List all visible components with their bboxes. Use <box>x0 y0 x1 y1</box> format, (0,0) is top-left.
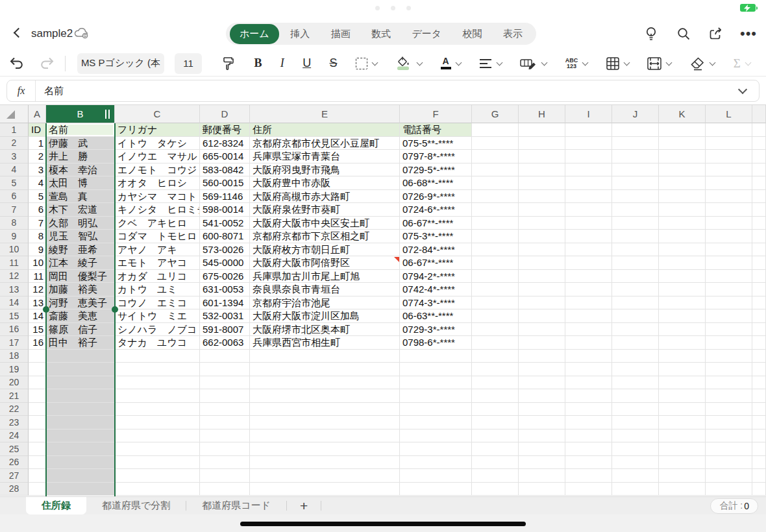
cell-L10[interactable] <box>706 243 752 257</box>
row-header-11[interactable]: 11 <box>0 256 29 270</box>
row-header-5[interactable]: 5 <box>0 176 29 190</box>
cell-pad-21[interactable] <box>752 389 766 403</box>
cell-L4[interactable] <box>706 163 752 177</box>
cell-L17[interactable] <box>706 336 752 350</box>
cell-K8[interactable] <box>659 217 706 230</box>
cell-K14[interactable] <box>659 296 706 310</box>
cell-A6[interactable]: 5 <box>29 190 46 204</box>
cell-F6[interactable]: 0726-9*-**** <box>400 190 472 204</box>
column-header-E[interactable]: E <box>250 105 400 123</box>
cell-H17[interactable] <box>519 336 565 350</box>
autosum-button[interactable]: Σ <box>734 56 750 71</box>
cell-A28[interactable] <box>29 483 46 496</box>
cell-K15[interactable] <box>659 309 706 323</box>
cell-A27[interactable] <box>29 469 46 483</box>
cell-L2[interactable] <box>706 137 752 151</box>
cell-A17[interactable]: 16 <box>29 336 46 350</box>
cell-F7[interactable]: 0724-6*-**** <box>400 203 472 217</box>
cell-I24[interactable] <box>565 429 612 443</box>
cell-G28[interactable] <box>472 483 519 496</box>
cell-F5[interactable]: 06-68**-**** <box>400 176 472 190</box>
cell-H7[interactable] <box>519 203 565 217</box>
cell-F27[interactable] <box>400 469 472 483</box>
cell-B3[interactable]: 井上 勝 <box>46 150 115 163</box>
cell-L23[interactable] <box>706 416 752 429</box>
cell-pad-4[interactable] <box>752 163 766 177</box>
cell-L16[interactable] <box>706 323 752 337</box>
cell-E8[interactable]: 大阪府大阪市中央区安土町 <box>250 217 400 230</box>
cell-E20[interactable] <box>250 376 400 390</box>
cell-B9[interactable]: 児玉 智弘 <box>46 230 115 243</box>
cell-E18[interactable] <box>250 350 400 363</box>
merge-cells-button[interactable] <box>647 57 671 70</box>
cell-C5[interactable]: オオタ ヒロシ <box>115 176 200 190</box>
cell-J18[interactable] <box>612 350 659 363</box>
cell-pad-15[interactable] <box>752 309 766 323</box>
cell-C2[interactable]: イトウ タケシ <box>115 137 200 151</box>
cell-B27[interactable] <box>46 469 115 483</box>
cell-F4[interactable]: 0729-5*-**** <box>400 163 472 177</box>
cell-K5[interactable] <box>659 176 706 190</box>
cell-J14[interactable] <box>612 296 659 310</box>
cell-J15[interactable] <box>612 309 659 323</box>
cell-C27[interactable] <box>115 469 200 483</box>
cell-C24[interactable] <box>115 429 200 443</box>
ribbon-tab-データ[interactable]: データ <box>402 24 451 44</box>
cell-F10[interactable]: 072-84*-**** <box>400 243 472 257</box>
cell-L3[interactable] <box>706 150 752 163</box>
cell-L5[interactable] <box>706 176 752 190</box>
cell-G4[interactable] <box>472 163 519 177</box>
cell-F16[interactable]: 0729-3*-**** <box>400 323 472 337</box>
select-all-corner[interactable] <box>0 105 29 123</box>
cell-L25[interactable] <box>706 442 752 456</box>
cell-pad-27[interactable] <box>752 469 766 483</box>
cell-D5[interactable]: 560-0015 <box>200 176 250 190</box>
cell-J16[interactable] <box>612 323 659 337</box>
cell-J5[interactable] <box>612 176 659 190</box>
cell-K26[interactable] <box>659 456 706 470</box>
cell-J2[interactable] <box>612 137 659 151</box>
cell-I10[interactable] <box>565 243 612 257</box>
cell-G14[interactable] <box>472 296 519 310</box>
cell-I21[interactable] <box>565 389 612 403</box>
cell-L6[interactable] <box>706 190 752 204</box>
cell-L21[interactable] <box>706 389 752 403</box>
cell-D18[interactable] <box>200 350 250 363</box>
cell-C14[interactable]: コウノ エミコ <box>115 296 200 310</box>
cell-pad-28[interactable] <box>752 483 766 496</box>
column-header-C[interactable]: C <box>115 105 200 123</box>
cell-F14[interactable]: 0774-3*-**** <box>400 296 472 310</box>
cell-A12[interactable]: 11 <box>29 270 46 284</box>
cell-J25[interactable] <box>612 442 659 456</box>
column-resize-handle[interactable] <box>105 110 106 119</box>
cell-L20[interactable] <box>706 376 752 390</box>
row-header-6[interactable]: 6 <box>0 190 29 204</box>
cell-G9[interactable] <box>472 230 519 243</box>
cell-pad-24[interactable] <box>752 429 766 443</box>
cell-D10[interactable]: 573-0026 <box>200 243 250 257</box>
cell-I3[interactable] <box>565 150 612 163</box>
cell-G11[interactable] <box>472 256 519 270</box>
quick-sum-badge[interactable]: 合計 : 0 <box>710 498 758 514</box>
cell-E25[interactable] <box>250 442 400 456</box>
share-icon[interactable] <box>708 25 724 42</box>
cell-E3[interactable]: 兵庫県宝塚市青葉台 <box>250 150 400 163</box>
cell-L9[interactable] <box>706 230 752 243</box>
cell-I1[interactable] <box>565 123 612 137</box>
cell-C3[interactable]: イノウエ マサル <box>115 150 200 163</box>
cell-I22[interactable] <box>565 403 612 417</box>
cell-J23[interactable] <box>612 416 659 429</box>
cell-I17[interactable] <box>565 336 612 350</box>
ribbon-tab-数式[interactable]: 数式 <box>362 24 401 44</box>
borders-button[interactable] <box>356 58 377 69</box>
cell-E11[interactable]: 大阪府大阪市阿倍野区 <box>250 256 400 270</box>
ribbon-tab-ホーム[interactable]: ホーム <box>230 24 279 44</box>
cell-B23[interactable] <box>46 416 115 429</box>
cell-F8[interactable]: 06-67**-**** <box>400 217 472 230</box>
cell-pad-9[interactable] <box>752 230 766 243</box>
formula-expand-icon[interactable] <box>738 85 747 94</box>
column-header-F[interactable]: F <box>400 105 472 123</box>
cell-F23[interactable] <box>400 416 472 429</box>
cell-C7[interactable]: キノシタ ヒロミチ <box>115 203 200 217</box>
row-header-19[interactable]: 19 <box>0 363 29 376</box>
